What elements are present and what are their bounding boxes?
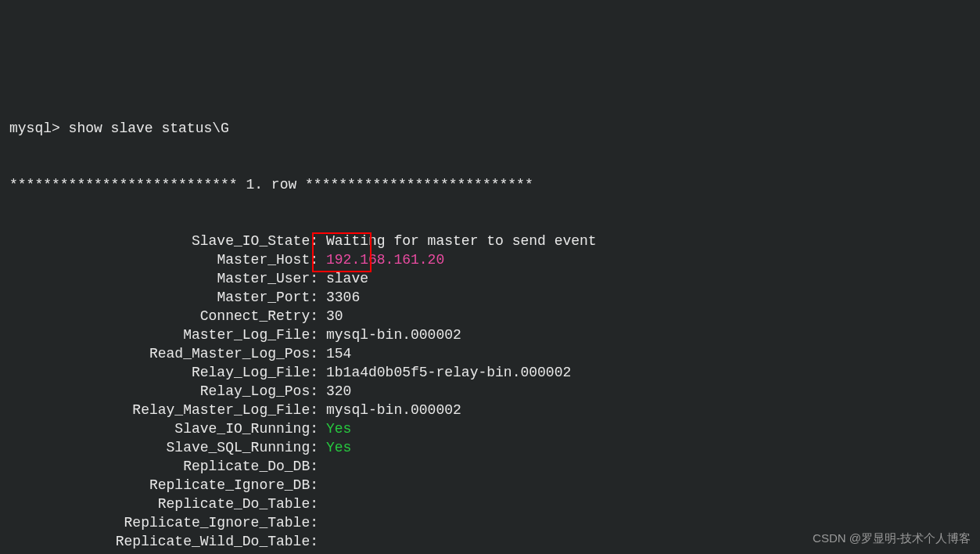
mysql-prompt: mysql> show slave status\G (9, 119, 971, 138)
status-row: Replicate_Do_Table: (9, 495, 971, 513)
field-value (318, 551, 326, 554)
field-label: Replicate_Wild_Do_Table: (9, 532, 318, 551)
row-separator: *************************** 1. row *****… (9, 175, 971, 194)
status-row: Replicate_Do_DB: (9, 457, 971, 476)
field-value: 1b1a4d0b05f5-relay-bin.000002 (318, 363, 571, 382)
status-row: Master_Log_File:mysql-bin.000002 (9, 326, 971, 344)
field-label: Replicate_Ignore_DB: (9, 476, 318, 495)
field-value: slave (318, 269, 368, 288)
field-value: mysql-bin.000002 (318, 326, 461, 344)
status-row: Replicate_Wild_Ignore_Table: (9, 551, 971, 554)
terminal-output: mysql> show slave status\G *************… (9, 81, 971, 554)
watermark-text: CSDN @罗显明-技术个人博客 (813, 529, 971, 548)
field-label: Replicate_Do_Table: (9, 495, 318, 513)
status-fields: Slave_IO_State:Waiting for master to sen… (9, 232, 971, 554)
field-label: Replicate_Wild_Ignore_Table: (9, 551, 318, 554)
status-row: Read_Master_Log_Pos:154 (9, 344, 971, 363)
field-label: Slave_IO_State: (9, 232, 318, 250)
field-value (318, 457, 326, 476)
status-row: Master_User:slave (9, 269, 971, 288)
field-value: 320 (318, 382, 351, 401)
field-label: Master_Host: (9, 250, 318, 269)
field-label: Master_Log_File: (9, 326, 318, 344)
field-label: Slave_SQL_Running: (9, 438, 318, 457)
field-value: mysql-bin.000002 (318, 401, 461, 419)
field-value (318, 495, 326, 513)
status-row: Master_Host:192.168.161.20 (9, 250, 971, 269)
field-value (318, 513, 326, 532)
field-label: Slave_IO_Running: (9, 419, 318, 438)
field-value: 154 (318, 344, 351, 363)
status-row: Relay_Log_File:1b1a4d0b05f5-relay-bin.00… (9, 363, 971, 382)
field-value: 192.168.161.20 (318, 250, 444, 269)
field-value: Waiting for master to send event (318, 232, 597, 250)
field-label: Read_Master_Log_Pos: (9, 344, 318, 363)
field-label: Connect_Retry: (9, 307, 318, 326)
status-row: Connect_Retry:30 (9, 307, 971, 326)
status-row: Slave_SQL_Running:Yes (9, 438, 971, 457)
field-value: 3306 (318, 288, 360, 307)
field-label: Relay_Log_File: (9, 363, 318, 382)
field-value (318, 476, 326, 495)
status-row: Replicate_Ignore_DB: (9, 476, 971, 495)
status-row: Relay_Master_Log_File:mysql-bin.000002 (9, 401, 971, 419)
field-value: Yes (318, 438, 351, 457)
field-label: Master_Port: (9, 288, 318, 307)
field-value (318, 532, 326, 551)
field-value: Yes (318, 419, 351, 438)
field-label: Master_User: (9, 269, 318, 288)
field-label: Relay_Log_Pos: (9, 382, 318, 401)
status-row: Relay_Log_Pos:320 (9, 382, 971, 401)
status-row: Slave_IO_Running:Yes (9, 419, 971, 438)
status-row: Slave_IO_State:Waiting for master to sen… (9, 232, 971, 250)
field-label: Replicate_Do_DB: (9, 457, 318, 476)
field-label: Replicate_Ignore_Table: (9, 513, 318, 532)
field-label: Relay_Master_Log_File: (9, 401, 318, 419)
status-row: Master_Port:3306 (9, 288, 971, 307)
field-value: 30 (318, 307, 343, 326)
